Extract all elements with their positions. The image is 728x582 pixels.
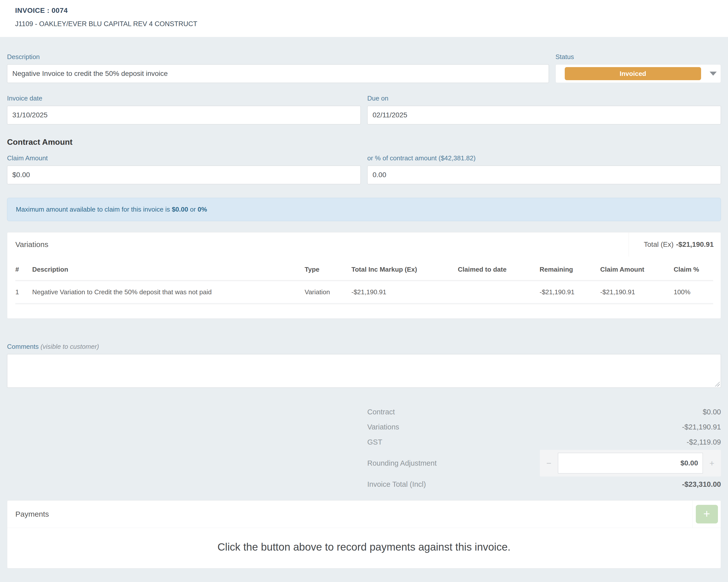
col-description: Description [32, 260, 305, 281]
status-field-group: Status Invoiced [555, 53, 721, 83]
comments-textarea[interactable] [7, 354, 721, 388]
cell-type: Variation [305, 281, 352, 304]
variations-total: Total (Ex) -$21,190.91 [629, 232, 721, 256]
plus-icon: + [703, 508, 710, 520]
invoice-date-input[interactable] [7, 106, 361, 124]
cell-description: Negative Variation to Credit the 50% dep… [32, 281, 305, 304]
rounding-increment-button[interactable]: + [703, 459, 721, 468]
due-on-label: Due on [367, 94, 721, 102]
description-input[interactable] [7, 64, 549, 83]
description-status-row: Description Status Invoiced [7, 53, 721, 83]
description-field-group: Description [7, 53, 549, 83]
rounding-label: Rounding Adjustment [367, 459, 437, 467]
comments-field-group: Comments (visible to customer) [7, 343, 721, 388]
invoice-form: Description Status Invoiced Invoice date… [0, 37, 728, 582]
claim-percent-input[interactable] [367, 166, 721, 184]
description-label: Description [7, 53, 549, 61]
status-badge[interactable]: Invoiced [565, 67, 701, 80]
rounding-stepper: − + [540, 450, 721, 476]
col-type: Type [305, 260, 352, 281]
comments-label: Comments (visible to customer) [7, 343, 721, 351]
summary-row-gst: GST -$2,119.09 [367, 435, 721, 449]
variations-panel: Variations Total (Ex) -$21,190.91 # Desc… [7, 232, 721, 318]
add-payment-button[interactable]: + [696, 505, 718, 523]
status-dropdown[interactable]: Invoiced [555, 64, 721, 83]
variations-header-row: # Description Type Total Inc Markup (Ex)… [15, 260, 713, 281]
contract-amount-heading: Contract Amount [7, 137, 721, 147]
payments-title: Payments [7, 501, 693, 528]
summary-row-invoice-total: Invoice Total (Incl) -$23,310.00 [367, 477, 721, 492]
col-claim-percent: Claim % [674, 260, 713, 281]
max-claim-banner: Maximum amount available to claim for th… [7, 198, 721, 221]
payments-add-cell: + [693, 501, 721, 528]
claim-row: Claim Amount or % of contract amount ($4… [7, 154, 721, 184]
invoice-number-title: INVOICE : 0074 [15, 6, 713, 15]
comments-hint: (visible to customer) [41, 343, 99, 350]
payments-panel: Payments + Click the button above to rec… [7, 500, 721, 569]
claim-percent-field-group: or % of contract amount ($42,381.82) [367, 154, 721, 184]
due-on-field-group: Due on [367, 94, 721, 124]
banner-middle: or [188, 205, 198, 213]
variations-table-wrap: # Description Type Total Inc Markup (Ex)… [7, 256, 721, 318]
col-claim-amount: Claim Amount [600, 260, 674, 281]
col-remaining: Remaining [540, 260, 600, 281]
banner-percent: 0% [198, 205, 207, 213]
variations-total-label: Total (Ex) [644, 241, 673, 249]
col-num: # [15, 260, 32, 281]
variations-table: # Description Type Total Inc Markup (Ex)… [15, 260, 713, 304]
cell-claimed-to-date [458, 281, 540, 304]
invoice-page-header: INVOICE : 0074 J1109 - OAKLEY/EVER BLU C… [0, 0, 728, 37]
invoice-total-label: Invoice Total (Incl) [367, 480, 426, 489]
status-label: Status [555, 53, 721, 61]
chevron-down-icon [710, 72, 717, 76]
rounding-decrement-button[interactable]: − [540, 459, 558, 468]
variations-sum-value: -$21,190.91 [682, 423, 721, 431]
variations-title: Variations [7, 232, 629, 256]
claim-amount-field-group: Claim Amount [7, 154, 361, 184]
claim-amount-input[interactable] [7, 166, 361, 184]
claim-amount-label: Claim Amount [7, 154, 361, 162]
col-total-inc-markup: Total Inc Markup (Ex) [352, 260, 458, 281]
banner-text: Maximum amount available to claim for th… [16, 205, 172, 213]
dates-row: Invoice date Due on [7, 94, 721, 124]
cell-claim-amount: -$21,190.91 [600, 281, 674, 304]
rounding-input[interactable] [558, 453, 703, 473]
payments-panel-header: Payments + [7, 501, 721, 528]
comments-label-text: Comments [7, 343, 39, 350]
cell-num: 1 [15, 281, 32, 304]
cell-total-inc-markup: -$21,190.91 [352, 281, 458, 304]
cell-remaining: -$21,190.91 [540, 281, 600, 304]
table-row[interactable]: 1 Negative Variation to Credit the 50% d… [15, 281, 713, 304]
contract-label: Contract [367, 408, 395, 416]
job-title: J1109 - OAKLEY/EVER BLU CAPITAL REV 4 CO… [15, 20, 713, 28]
gst-label: GST [367, 438, 382, 446]
variations-total-value: -$21,190.91 [676, 241, 714, 249]
payments-empty-message: Click the button above to record payment… [7, 528, 721, 568]
variations-panel-header: Variations Total (Ex) -$21,190.91 [7, 232, 721, 256]
cell-claim-percent: 100% [674, 281, 713, 304]
variations-sum-label: Variations [367, 423, 399, 431]
comments-textarea-wrap [7, 354, 721, 388]
contract-value: $0.00 [703, 408, 721, 416]
due-on-input[interactable] [367, 106, 721, 124]
claim-percent-label: or % of contract amount ($42,381.82) [367, 154, 721, 162]
summary-row-rounding: Rounding Adjustment − + [367, 449, 721, 477]
summary-row-variations: Variations -$21,190.91 [367, 419, 721, 435]
invoice-summary: Contract $0.00 Variations -$21,190.91 GS… [367, 404, 721, 492]
invoice-date-label: Invoice date [7, 94, 361, 102]
col-claimed-to-date: Claimed to date [458, 260, 540, 281]
banner-amount: $0.00 [172, 205, 188, 213]
summary-row-contract: Contract $0.00 [367, 404, 721, 419]
gst-value: -$2,119.09 [686, 438, 721, 446]
invoice-date-field-group: Invoice date [7, 94, 361, 124]
invoice-total-value: -$23,310.00 [682, 480, 721, 489]
